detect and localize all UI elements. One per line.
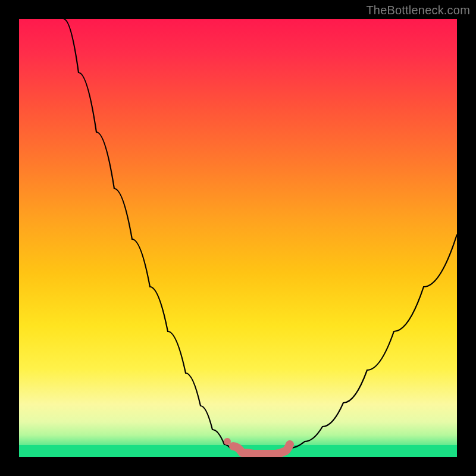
plot-area [19,19,457,457]
watermark-text: TheBottleneck.com [366,4,470,17]
left-curve [64,19,230,448]
curve-layer [19,19,457,457]
nub-start-dot [224,438,231,445]
right-curve [290,234,457,448]
bottom-nub [233,444,290,454]
chart-frame: TheBottleneck.com [0,0,476,476]
